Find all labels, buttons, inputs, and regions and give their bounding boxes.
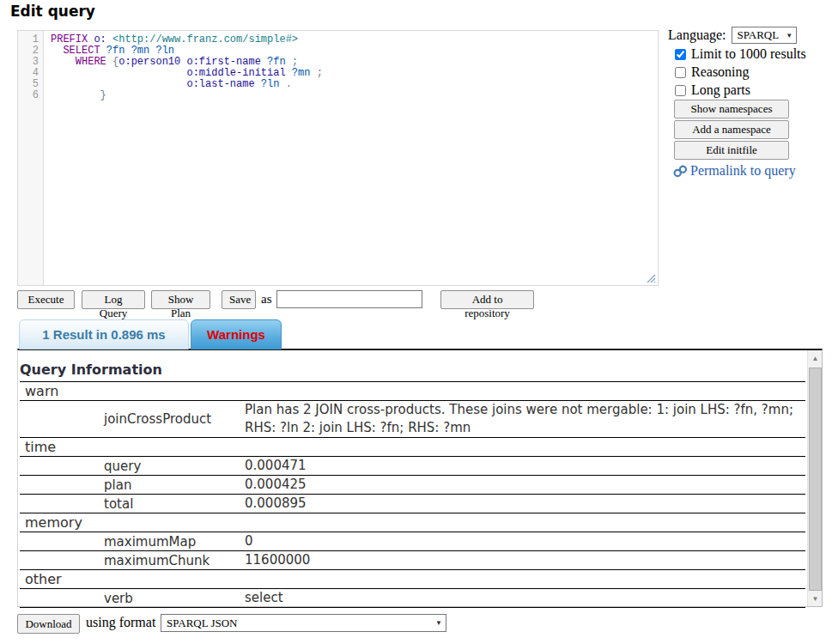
options-panel: Language: SPARQL ▼ Limit to 1000 results… [668,27,833,179]
section-row: warn [20,382,805,401]
checkbox-label: Limit to 1000 results [691,46,806,62]
table-row: query0.000471 [20,457,805,476]
edit-initfile-button[interactable]: Edit initfile [674,141,789,160]
section-row: time [20,438,805,457]
option-checkbox-row[interactable]: Limit to 1000 results [675,46,833,62]
chevron-down-icon: ▼ [435,619,442,627]
option-checkboxes: Limit to 1000 resultsReasoningLong parts [668,46,833,98]
table-row: maximumMap0 [20,532,805,551]
warnings-panel: Query Information warnjoinCrossProductPl… [17,349,823,607]
metric-name: maximumMap [20,532,241,551]
save-as-label: as [261,292,272,307]
using-format-label: using format [86,615,155,630]
metric-value: select [241,589,805,608]
add-to-repository-button[interactable]: Add to repository [440,290,534,309]
metric-name: plan [20,476,241,495]
permalink-label: Permalink to query [690,163,796,179]
line-number: 6 [18,90,43,101]
metric-value: 0.000895 [241,495,805,513]
metric-name: total [20,495,241,513]
section-row: memory [20,513,805,532]
metric-value: Plan has 2 JOIN cross-products. These jo… [241,401,805,438]
show-namespaces-button[interactable]: Show namespaces [674,100,789,118]
metric-value: 11600000 [241,551,805,570]
gutter: 123456 [18,31,44,285]
add-a-namespace-button[interactable]: Add a namespace [674,120,789,139]
table-row: plan0.000425 [20,476,805,495]
scrollbar-thumb[interactable] [809,368,822,591]
option-buttons: Show namespacesAdd a namespaceEdit initf… [668,100,833,160]
metric-name: maximumChunk [20,551,241,570]
table-row: maximumChunk11600000 [20,551,805,570]
query-information-heading: Query Information [20,361,162,378]
option-checkbox-row[interactable]: Long parts [675,82,833,98]
checkbox-label: Reasoning [691,64,750,80]
chain-link-icon [673,165,688,178]
tab-results[interactable]: 1 Result in 0.896 ms [19,319,189,349]
save-name-input[interactable] [276,290,422,308]
section-row: other [20,570,805,589]
query-editor[interactable]: 123456 PREFIX o: <http://www.franz.com/s… [17,30,659,286]
metric-name: verb [20,589,241,608]
checkbox-label: Long parts [691,82,750,98]
line-number: 1 [18,34,43,46]
metric-name: query [20,457,241,476]
section-label: memory [20,513,805,532]
language-select[interactable]: SPARQL ▼ [732,27,797,44]
tab-warnings[interactable]: Warnings [191,319,282,349]
line-number: 2 [18,46,43,57]
language-label: Language: [668,27,726,43]
section-label: time [20,438,805,457]
permalink-link[interactable]: Permalink to query [673,163,833,179]
checkbox[interactable] [675,85,686,96]
format-select[interactable]: SPARQL JSON ▼ [161,614,446,632]
language-select-value: SPARQL [738,28,780,42]
resize-grip-icon[interactable] [646,273,656,283]
metric-name: joinCrossProduct [20,401,241,438]
option-checkbox-row[interactable]: Reasoning [675,64,833,80]
line-number: 4 [18,68,43,79]
execute-button[interactable]: Execute [17,290,75,309]
section-label: warn [20,382,805,401]
metric-value: 0.000471 [241,457,805,476]
line-number: 5 [18,79,43,90]
download-button[interactable]: Download [17,614,80,634]
format-select-value: SPARQL JSON [167,617,238,630]
metric-value: 0.000425 [241,476,805,495]
table-row: total0.000895 [20,495,805,513]
section-label: other [20,570,805,589]
table-row: joinCrossProductPlan has 2 JOIN cross-pr… [20,401,805,438]
code-line[interactable]: } [51,90,656,101]
chevron-down-icon: ▼ [786,32,792,39]
code-line[interactable]: o:last-name ?ln . [51,79,656,90]
scroll-down-icon[interactable]: ▼ [808,591,823,606]
log-query-button[interactable]: Log Query [82,290,145,309]
page-title: Edit query [10,3,95,20]
line-number: 3 [18,57,43,68]
show-plan-button[interactable]: Show Plan [151,290,210,309]
save-button[interactable]: Save [222,290,256,309]
scroll-up-icon[interactable]: ▲ [808,350,823,366]
code-lines[interactable]: PREFIX o: <http://www.franz.com/simple#>… [51,34,656,101]
checkbox[interactable] [675,67,686,78]
checkbox[interactable] [675,49,686,60]
vertical-scrollbar[interactable]: ▲ ▼ [807,350,822,606]
metric-value: 0 [241,532,805,551]
query-information-table: warnjoinCrossProductPlan has 2 JOIN cros… [20,381,805,608]
table-row: verbselect [20,589,805,608]
